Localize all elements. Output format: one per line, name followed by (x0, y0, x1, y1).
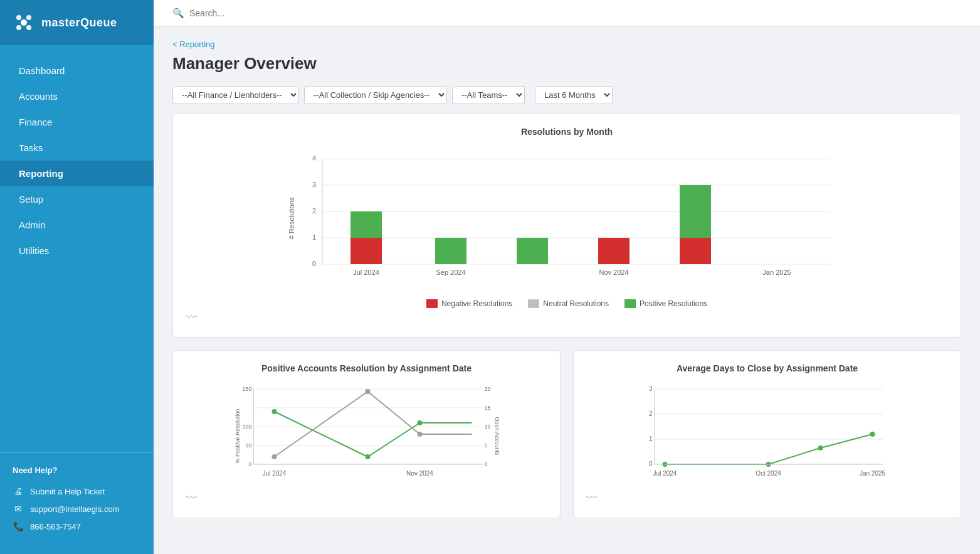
point-green-2 (366, 454, 371, 459)
sidebar-item-utilities[interactable]: Utilities (0, 238, 154, 264)
bar-oct-pos (517, 238, 548, 264)
svg-text:4: 4 (312, 154, 316, 162)
sidebar-logo: masterQueue (0, 0, 154, 45)
breadcrumb[interactable]: < Reporting (172, 40, 961, 49)
svg-text:Oct 2024: Oct 2024 (756, 470, 781, 477)
svg-point-0 (16, 15, 21, 20)
svg-text:3: 3 (312, 181, 316, 188)
svg-text:Jul 2024: Jul 2024 (653, 470, 677, 477)
bar-chart-title: Resolutions by Month (186, 127, 948, 137)
chart-1-expand-icon[interactable]: 〰 (186, 492, 197, 505)
line-chart-1-title: Positive Accounts Resolution by Assignme… (186, 363, 547, 373)
sidebar-item-admin[interactable]: Admin (0, 212, 154, 238)
bar-nov-neg (598, 238, 630, 264)
avg-point-3 (818, 445, 823, 450)
sidebar: masterQueue Dashboard Accounts Finance T… (0, 0, 154, 554)
legend-swatch-negative (426, 299, 438, 308)
finance-lienholder-select[interactable]: --All Finance / Lienholders-- (172, 86, 299, 104)
svg-text:10: 10 (485, 423, 491, 430)
line-chart-2-title: Average Days to Close by Assignment Date (586, 363, 948, 373)
point-green-3 (418, 420, 423, 425)
legend-swatch-positive (624, 299, 636, 308)
resolutions-bar-chart-card: Resolutions by Month # Resolutions 4 3 2… (172, 114, 961, 338)
page-title: Manager Overview (172, 54, 961, 73)
svg-text:Sep 2024: Sep 2024 (436, 269, 465, 276)
support-email-link[interactable]: ✉ support@intellaegis.com (13, 500, 141, 518)
svg-text:Jan 2025: Jan 2025 (860, 470, 886, 477)
svg-text:1: 1 (649, 435, 653, 442)
search-box: 🔍 (172, 8, 315, 19)
point-gray-2 (366, 389, 371, 394)
point-gray-3 (418, 432, 423, 437)
sidebar-navigation: Dashboard Accounts Finance Tasks Reporti… (0, 45, 154, 452)
svg-text:Jan 2025: Jan 2025 (762, 269, 791, 276)
bar-jul-neg (350, 238, 382, 264)
chart-2-expand-icon[interactable]: 〰 (586, 492, 598, 505)
svg-text:3: 3 (649, 385, 653, 392)
svg-text:20: 20 (485, 386, 491, 392)
point-green-1 (272, 409, 277, 414)
svg-text:Nov 2024: Nov 2024 (406, 470, 433, 477)
bar-dec-neg (680, 238, 711, 264)
line-chart-2-svg: 3 2 1 0 Jul 2024 Oct 2024 Jan 2025 (586, 383, 948, 486)
sidebar-item-accounts[interactable]: Accounts (0, 83, 154, 109)
svg-text:Jul 2024: Jul 2024 (353, 269, 379, 276)
svg-text:0: 0 (649, 461, 653, 467)
sidebar-item-reporting[interactable]: Reporting (0, 161, 154, 186)
teams-select[interactable]: --All Teams-- (452, 86, 525, 104)
bar-chart-footer: 〰 (186, 311, 948, 324)
svg-text:100: 100 (242, 423, 251, 430)
bar-chart-legend: Negative Resolutions Neutral Resolutions… (186, 299, 948, 308)
filter-bar: --All Finance / Lienholders-- --All Coll… (172, 86, 961, 104)
avg-point-4 (870, 432, 875, 437)
svg-text:2: 2 (649, 410, 653, 417)
ticket-icon: 🖨 (13, 486, 24, 497)
content-area: < Reporting Manager Overview --All Finan… (154, 27, 980, 554)
sidebar-item-tasks[interactable]: Tasks (0, 135, 154, 161)
bar-chart-svg: # Resolutions 4 3 2 1 0 Jul 2024 (186, 146, 948, 290)
svg-text:% Positive Resolution: % Positive Resolution (234, 408, 241, 463)
main-content: 🔍 < Reporting Manager Overview --All Fin… (154, 0, 980, 554)
legend-negative: Negative Resolutions (426, 299, 512, 308)
avg-days-chart-card: Average Days to Close by Assignment Date… (573, 350, 961, 518)
svg-text:1: 1 (312, 233, 316, 241)
gray-line (275, 392, 472, 457)
line-chart-1-footer: 〰 (186, 492, 547, 505)
support-phone-link[interactable]: 📞 866-563-7547 (13, 518, 141, 535)
svg-text:Jul 2024: Jul 2024 (263, 470, 287, 477)
help-ticket-label: Submit a Help Ticket (30, 487, 105, 496)
sidebar-item-dashboard[interactable]: Dashboard (0, 58, 154, 83)
legend-positive: Positive Resolutions (624, 299, 707, 308)
header: 🔍 (154, 0, 980, 27)
svg-text:2: 2 (312, 207, 316, 215)
sidebar-item-finance[interactable]: Finance (0, 109, 154, 135)
phone-icon: 📞 (13, 521, 24, 532)
legend-neutral: Neutral Resolutions (528, 299, 609, 308)
svg-text:5: 5 (485, 442, 488, 449)
line-charts-row: Positive Accounts Resolution by Assignme… (172, 350, 961, 518)
help-title: Need Help? (13, 466, 141, 475)
search-input[interactable] (189, 8, 315, 18)
help-ticket-link[interactable]: 🖨 Submit a Help Ticket (13, 482, 141, 500)
svg-text:15: 15 (485, 405, 491, 411)
logo-text: masterQueue (41, 16, 117, 29)
avg-days-line (665, 434, 873, 464)
svg-text:Open Accounts: Open Accounts (494, 417, 500, 455)
line-chart-2-footer: 〰 (586, 492, 948, 505)
search-icon: 🔍 (172, 8, 184, 19)
line-chart-1-svg: % Positive Resolution Open Accounts 150 … (186, 383, 547, 486)
svg-text:0: 0 (485, 461, 488, 467)
svg-point-2 (16, 25, 21, 30)
y-axis-label: # Resolutions (288, 197, 295, 239)
positive-accounts-chart-card: Positive Accounts Resolution by Assignme… (172, 350, 561, 518)
svg-point-3 (26, 25, 31, 30)
legend-label-neutral: Neutral Resolutions (543, 299, 609, 308)
svg-text:Nov 2024: Nov 2024 (599, 269, 628, 276)
chart-expand-icon[interactable]: 〰 (186, 311, 197, 324)
date-range-select[interactable]: Last 6 Months Last 3 Months Last Month T… (535, 86, 613, 104)
sidebar-item-setup[interactable]: Setup (0, 186, 154, 212)
collection-agency-select[interactable]: --All Collection / Skip Agencies-- (304, 86, 447, 104)
support-phone-label: 866-563-7547 (30, 522, 81, 531)
svg-text:50: 50 (245, 442, 251, 449)
sidebar-help-section: Need Help? 🖨 Submit a Help Ticket ✉ supp… (0, 452, 154, 554)
